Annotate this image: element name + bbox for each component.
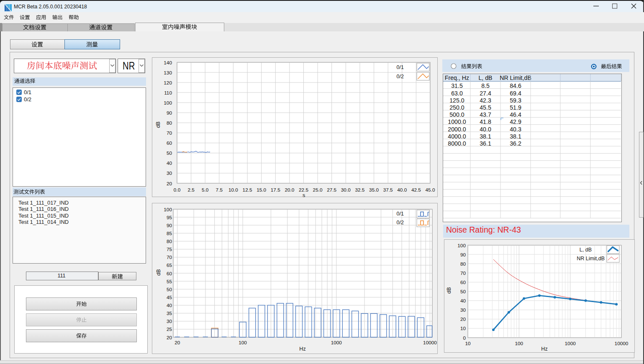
svg-text:12.5: 12.5	[243, 187, 252, 193]
svg-text:40: 40	[460, 298, 466, 304]
svg-text:25: 25	[167, 326, 172, 332]
svg-text:5.0: 5.0	[202, 187, 209, 193]
svg-text:45: 45	[167, 295, 172, 300]
svg-text:1000: 1000	[331, 340, 342, 346]
svg-text:30: 30	[167, 318, 172, 324]
svg-text:0/1: 0/1	[397, 211, 404, 217]
svg-text:0/2: 0/2	[397, 74, 404, 79]
svg-text:40: 40	[167, 160, 172, 166]
svg-text:10: 10	[465, 341, 471, 346]
svg-text:30.0: 30.0	[341, 187, 351, 193]
svg-text:70: 70	[167, 254, 172, 260]
svg-text:27.5: 27.5	[327, 187, 336, 193]
svg-text:90: 90	[167, 110, 172, 116]
svg-text:22.5: 22.5	[299, 187, 308, 193]
svg-text:35: 35	[167, 310, 172, 316]
svg-text:500.0: 500.0	[449, 111, 464, 118]
svg-text:36.1: 36.1	[480, 140, 491, 147]
svg-text:36.2: 36.2	[510, 140, 521, 147]
svg-text:35.0: 35.0	[369, 187, 379, 193]
svg-text:250.0: 250.0	[449, 104, 464, 111]
svg-text:70: 70	[460, 270, 466, 276]
svg-text:Hz: Hz	[299, 346, 305, 352]
svg-text:4000.0: 4000.0	[448, 133, 466, 140]
svg-text:40.0: 40.0	[397, 187, 407, 193]
svg-text:110: 110	[164, 90, 172, 96]
svg-text:100: 100	[164, 207, 172, 213]
svg-text:NR Limit,dB: NR Limit,dB	[500, 74, 531, 81]
svg-text:dB: dB	[156, 269, 162, 275]
svg-text:80: 80	[167, 120, 172, 126]
svg-text:10.0: 10.0	[228, 187, 238, 193]
svg-text:20: 20	[174, 340, 180, 346]
svg-text:NR Limit,dB: NR Limit,dB	[577, 256, 605, 261]
svg-text:60: 60	[167, 140, 172, 146]
svg-text:L, dB: L, dB	[478, 74, 492, 81]
svg-text:69.4: 69.4	[510, 90, 521, 97]
svg-text:50: 50	[167, 150, 172, 156]
svg-text:0.0: 0.0	[174, 187, 181, 193]
svg-text:75: 75	[167, 246, 172, 252]
svg-text:100: 100	[457, 243, 466, 249]
svg-text:40: 40	[167, 302, 172, 308]
svg-text:0/2: 0/2	[397, 220, 404, 226]
svg-text:8000.0: 8000.0	[448, 140, 466, 147]
svg-text:2.5: 2.5	[187, 187, 195, 193]
svg-text:31.5: 31.5	[451, 82, 463, 89]
svg-text:80: 80	[167, 238, 172, 244]
svg-text:130: 130	[164, 70, 172, 76]
svg-text:120: 120	[164, 80, 172, 86]
svg-text:17.5: 17.5	[271, 187, 280, 193]
svg-text:65: 65	[167, 262, 172, 268]
svg-text:L, dB: L, dB	[580, 247, 592, 253]
svg-text:60: 60	[167, 271, 172, 277]
svg-text:37.5: 37.5	[383, 187, 393, 193]
svg-text:s: s	[303, 192, 305, 197]
svg-text:2000.0: 2000.0	[448, 126, 466, 133]
svg-text:50: 50	[167, 287, 172, 292]
svg-text:20: 20	[167, 335, 172, 341]
svg-text:40.3: 40.3	[510, 126, 521, 133]
svg-text:42.3: 42.3	[480, 97, 491, 104]
svg-text:80: 80	[460, 261, 466, 267]
svg-text:Hz: Hz	[541, 346, 547, 352]
svg-text:0/1: 0/1	[397, 64, 404, 70]
svg-text:85: 85	[167, 231, 172, 236]
svg-text:50: 50	[460, 289, 466, 295]
svg-text:46.4: 46.4	[510, 111, 521, 118]
svg-text:43.7: 43.7	[480, 111, 491, 118]
svg-text:20: 20	[460, 316, 466, 322]
svg-text:1000: 1000	[565, 341, 576, 346]
svg-text:51.9: 51.9	[510, 104, 521, 111]
svg-text:45.0: 45.0	[426, 187, 435, 193]
svg-text:55: 55	[167, 279, 172, 285]
svg-text:70: 70	[167, 130, 172, 136]
svg-text:38.1: 38.1	[510, 133, 521, 140]
svg-text:15.0: 15.0	[257, 187, 266, 193]
svg-text:32.5: 32.5	[355, 187, 364, 193]
svg-text:100: 100	[515, 341, 523, 346]
svg-text:7.5: 7.5	[216, 187, 223, 193]
svg-text:dB: dB	[446, 287, 452, 293]
svg-text:125.0: 125.0	[449, 97, 464, 104]
svg-text:42.9: 42.9	[510, 118, 521, 125]
svg-text:42.5: 42.5	[411, 187, 421, 193]
svg-text:45.5: 45.5	[480, 104, 491, 111]
svg-text:10000: 10000	[423, 340, 437, 346]
svg-text:dB: dB	[155, 121, 161, 128]
svg-text:38.1: 38.1	[480, 133, 491, 140]
svg-text:20.0: 20.0	[285, 187, 294, 193]
svg-text:41.8: 41.8	[480, 118, 491, 125]
svg-text:100: 100	[239, 340, 247, 346]
svg-text:95: 95	[167, 215, 172, 220]
svg-text:27.4: 27.4	[480, 90, 491, 97]
svg-text:30: 30	[167, 170, 172, 176]
svg-text:30: 30	[460, 307, 466, 313]
svg-text:100: 100	[164, 100, 172, 106]
svg-text:63.0: 63.0	[451, 90, 463, 97]
svg-text:8.5: 8.5	[481, 82, 490, 89]
svg-text:59.3: 59.3	[510, 97, 521, 104]
svg-text:90: 90	[167, 223, 172, 228]
svg-text:10000: 10000	[615, 341, 629, 346]
svg-text:25.0: 25.0	[313, 187, 323, 193]
